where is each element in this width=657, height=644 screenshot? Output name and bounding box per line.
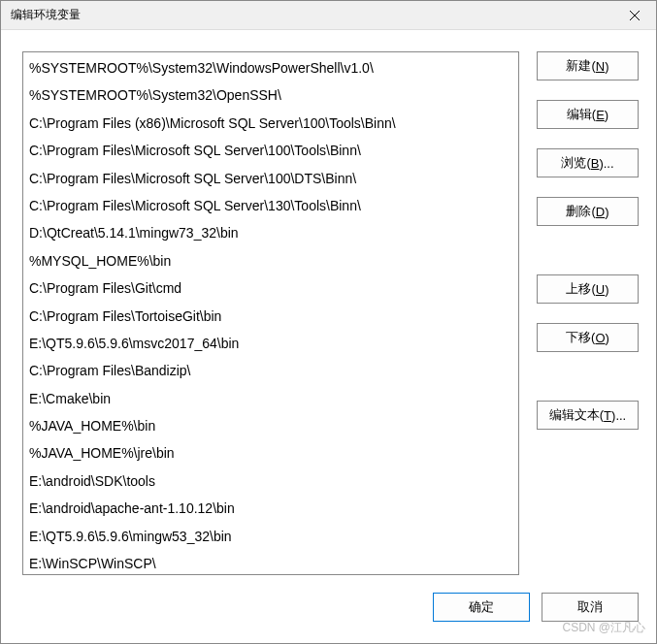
list-item[interactable]: %SYSTEMROOT%\System32\OpenSSH\: [23, 81, 518, 109]
list-item[interactable]: %JAVA_HOME%\jre\bin: [23, 439, 518, 467]
move-up-button[interactable]: 上移(U): [537, 274, 639, 304]
list-item[interactable]: E:\WinSCP\WinSCP\: [23, 550, 518, 575]
close-button[interactable]: [612, 1, 656, 30]
edit-button[interactable]: 编辑(E): [537, 100, 639, 129]
dialog-footer: 确定 取消: [1, 585, 656, 643]
list-item[interactable]: E:\QT5.9.6\5.9.6\msvc2017_64\bin: [23, 330, 518, 357]
edit-text-button[interactable]: 编辑文本(T)...: [537, 401, 639, 430]
ok-button[interactable]: 确定: [433, 593, 530, 622]
move-down-button[interactable]: 下移(O): [537, 323, 639, 352]
browse-button[interactable]: 浏览(B)...: [537, 148, 639, 177]
path-listbox[interactable]: %SYSTEMROOT%\System32\WindowsPowerShell\…: [22, 51, 519, 575]
list-item[interactable]: C:\Program Files (x86)\Microsoft SQL Ser…: [23, 110, 518, 137]
close-icon: [630, 11, 640, 20]
list-item[interactable]: C:\Program Files\TortoiseGit\bin: [23, 303, 518, 330]
dialog-body: %SYSTEMROOT%\System32\WindowsPowerShell\…: [1, 30, 656, 585]
list-item[interactable]: %MYSQL_HOME%\bin: [23, 247, 518, 274]
action-buttons-column: 新建(N) 编辑(E) 浏览(B)... 删除(D) 上移(U) 下移(O) 编…: [537, 51, 639, 575]
list-item[interactable]: %JAVA_HOME%\bin: [23, 412, 518, 439]
list-item[interactable]: %SYSTEMROOT%\System32\WindowsPowerShell\…: [23, 54, 518, 81]
list-item[interactable]: E:\android\apache-ant-1.10.12\bin: [23, 495, 518, 522]
list-item[interactable]: E:\android\SDK\tools: [23, 467, 518, 495]
delete-button[interactable]: 删除(D): [537, 197, 639, 226]
new-button[interactable]: 新建(N): [537, 51, 639, 80]
list-item[interactable]: C:\Program Files\Git\cmd: [23, 274, 518, 302]
list-item[interactable]: C:\Program Files\Microsoft SQL Server\13…: [23, 192, 518, 219]
title-bar: 编辑环境变量: [1, 1, 656, 30]
dialog-title: 编辑环境变量: [11, 7, 81, 23]
list-item[interactable]: C:\Program Files\Microsoft SQL Server\10…: [23, 165, 518, 192]
list-item[interactable]: C:\Program Files\Bandizip\: [23, 357, 518, 384]
list-item[interactable]: C:\Program Files\Microsoft SQL Server\10…: [23, 137, 518, 164]
list-item[interactable]: E:\Cmake\bin: [23, 385, 518, 412]
cancel-button[interactable]: 取消: [542, 593, 639, 622]
env-var-dialog: 编辑环境变量 %SYSTEMROOT%\System32\WindowsPowe…: [0, 0, 657, 644]
list-item[interactable]: E:\QT5.9.6\5.9.6\mingw53_32\bin: [23, 523, 518, 550]
list-item[interactable]: D:\QtCreat\5.14.1\mingw73_32\bin: [23, 219, 518, 246]
